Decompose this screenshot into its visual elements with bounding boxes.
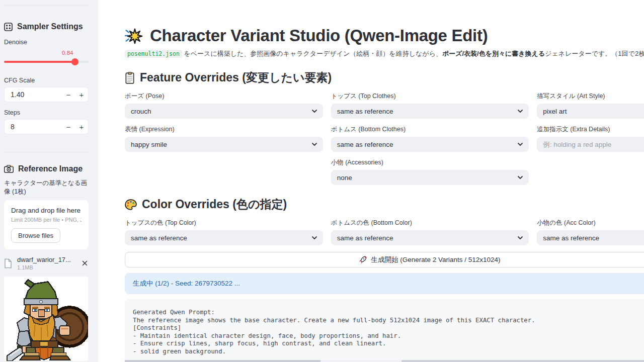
page-title-text: Character Variant Studio (Qwen-Image Edi… [150, 26, 488, 45]
clipboard-icon [125, 72, 135, 84]
horizontal-scrollbar[interactable] [125, 360, 644, 362]
browse-files-button[interactable]: Browse files [11, 228, 60, 243]
file-name: dwarf_warior_17... [17, 256, 76, 263]
camera-icon [4, 165, 14, 173]
bottom-color-value: same as reference [337, 234, 393, 242]
sidebar-divider [4, 152, 89, 152]
steps-value[interactable]: 8 [5, 123, 62, 131]
sidebar-divider [4, 5, 89, 6]
reference-image-preview [4, 277, 88, 361]
generate-button[interactable]: 生成開始 (Generate 2 Variants / 512x1024) [125, 252, 644, 267]
uploaded-file-row: dwarf_warior_17... 1.1MB [4, 256, 89, 270]
reference-caption: キャラクターの基準となる画像 (1枚) [4, 179, 89, 196]
expression-value: happy smile [131, 141, 167, 148]
config-file-code: posemulti2.json [125, 50, 182, 58]
cfg-scale-value[interactable]: 1.40 [5, 90, 62, 99]
expression-label: 表情 (Expression) [125, 125, 323, 134]
chevron-down-icon [518, 176, 523, 179]
cfg-scale-label: CFG Scale [4, 77, 89, 84]
control-knobs-icon [4, 23, 13, 31]
chevron-down-icon [518, 110, 523, 113]
bottoms-select[interactable]: same as reference [331, 137, 529, 152]
uploader-limit: Limit 200MB per file • PNG, JPG, ... [11, 217, 82, 223]
pose-value: crouch [131, 108, 151, 115]
generated-prompt-text: Generated Qwen Prompt: The reference ima… [133, 309, 644, 362]
extra-details-label: 追加指示文 (Extra Details) [537, 125, 644, 134]
accessories-value: none [337, 174, 352, 182]
chevron-down-icon [312, 236, 317, 239]
chevron-down-icon [312, 110, 317, 113]
tops-value: same as reference [337, 108, 393, 115]
steps-decrement-button[interactable]: − [62, 123, 75, 131]
burst-star-icon [125, 26, 144, 45]
bottoms-label: ボトムス (Bottom Clothes) [331, 125, 529, 134]
pose-label: ポーズ (Pose) [125, 92, 323, 101]
feature-overrides-header: Feature Overrides (変更したい要素) [125, 70, 644, 85]
status-info-text: 生成中 (1/2) - Seed: 2679730522 ... [133, 279, 240, 288]
top-color-label: トップスの色 (Top Color) [125, 219, 323, 227]
reference-image-header: Reference Image [4, 164, 89, 173]
chevron-down-icon [518, 143, 523, 146]
art-style-value: pixel art [543, 108, 567, 115]
tops-select[interactable]: same as reference [331, 104, 529, 119]
main-area: Character Variant Studio (Qwen-Image Edi… [98, 0, 644, 362]
extra-details-input[interactable] [537, 137, 644, 152]
denoise-slider-thumb[interactable] [71, 58, 78, 65]
status-info-box: 生成中 (1/2) - Seed: 2679730522 ... [125, 273, 644, 294]
main-content: Character Variant Studio (Qwen-Image Edi… [98, 0, 644, 362]
denoise-slider[interactable]: 0.84 [4, 59, 89, 65]
top-color-value: same as reference [131, 234, 187, 242]
cfg-scale-input[interactable]: 1.40 − + [4, 87, 89, 102]
bottom-color-label: ボトムスの色 (Bottom Color) [331, 219, 529, 227]
steps-input[interactable]: 8 − + [4, 119, 89, 134]
feature-row-2: 表情 (Expression) happy smile ボトムス (Bottom… [125, 125, 644, 152]
color-overrides-header: Color Overrides (色の指定) [125, 197, 644, 212]
sampler-settings-title: Sampler Settings [17, 22, 83, 31]
art-style-label: 描写スタイル (Art Style) [537, 92, 644, 101]
page-title: Character Variant Studio (Qwen-Image Edi… [125, 26, 644, 45]
bottom-color-select[interactable]: same as reference [331, 230, 529, 245]
file-uploader[interactable]: Drag and drop file here Limit 200MB per … [4, 200, 89, 249]
pose-select[interactable]: crouch [125, 104, 323, 119]
file-meta: dwarf_warior_17... 1.1MB [17, 256, 76, 270]
feature-row-1: ポーズ (Pose) crouch トップス (Top Clothes) sam… [125, 92, 644, 119]
color-overrides-title: Color Overrides (色の指定) [142, 197, 287, 212]
chevron-down-icon [312, 143, 317, 146]
reference-image-title: Reference Image [18, 164, 83, 173]
cfg-decrement-button[interactable]: − [62, 90, 75, 99]
steps-increment-button[interactable]: + [75, 123, 88, 131]
generated-prompt-code-block: Generated Qwen Prompt: The reference ima… [125, 299, 644, 362]
remove-file-button[interactable] [81, 259, 89, 267]
acc-color-value: same as reference [543, 234, 599, 242]
expression-select[interactable]: happy smile [125, 137, 323, 152]
acc-color-label: 小物の色 (Acc Color) [537, 219, 644, 227]
color-row: トップスの色 (Top Color) same as reference ボトム… [125, 219, 644, 245]
denoise-slider-fill [4, 61, 75, 63]
feature-overrides-title: Feature Overrides (変更したい要素) [140, 70, 332, 85]
feature-row-3: 小物 (Accessories) none [125, 158, 644, 185]
uploader-title: Drag and drop file here [11, 207, 82, 214]
steps-label: Steps [4, 109, 89, 116]
file-size: 1.1MB [17, 264, 76, 270]
palette-icon [125, 199, 137, 210]
accessories-select[interactable]: none [331, 170, 529, 185]
sampler-settings-header: Sampler Settings [4, 22, 89, 31]
cfg-increment-button[interactable]: + [75, 90, 88, 99]
top-color-select[interactable]: same as reference [125, 230, 323, 245]
tops-label: トップス (Top Clothes) [331, 92, 529, 101]
bottoms-value: same as reference [337, 141, 393, 148]
accessories-label: 小物 (Accessories) [331, 158, 529, 167]
generate-button-label: 生成開始 (Generate 2 Variants / 512x1024) [371, 255, 500, 264]
denoise-label: Denoise [4, 39, 89, 46]
description-text: をベースに構築した、参照画像のキャラクターデザイン（絵柄・顔）を維持しながら、 [182, 50, 442, 57]
app-description: posemulti2.json をベースに構築した、参照画像のキャラクターデザイ… [125, 49, 644, 58]
sidebar: Sampler Settings Denoise 0.84 CFG Scale … [0, 0, 98, 362]
file-icon [4, 258, 12, 268]
description-bold: ポーズ/衣装/色を別々に書き換える [442, 50, 545, 57]
denoise-value: 0.84 [62, 50, 73, 56]
acc-color-select[interactable]: same as reference [537, 230, 644, 245]
art-style-select[interactable]: pixel art [537, 104, 644, 119]
description-tail: ジェネレーターです。（1回で2枚バッチ生成） [545, 50, 644, 57]
chevron-down-icon [518, 236, 523, 239]
rocket-icon [359, 256, 367, 263]
